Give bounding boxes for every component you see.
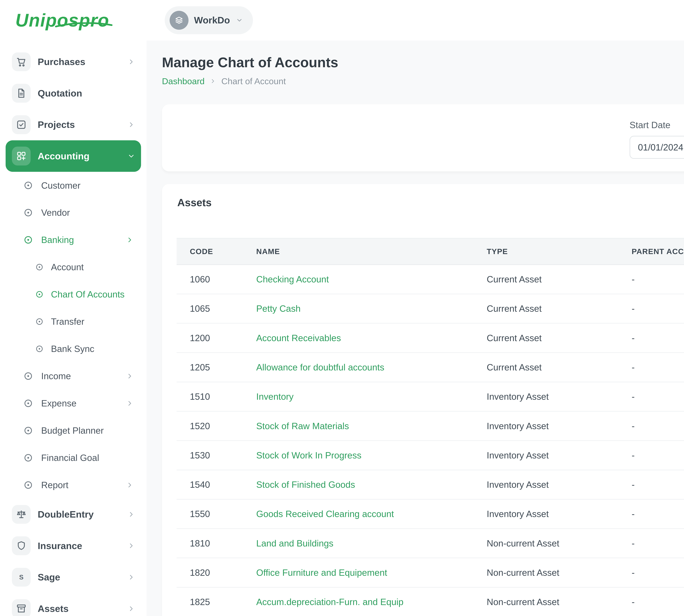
sidebar-item-quotation[interactable]: Quotation bbox=[6, 78, 141, 109]
sidebar-item-accounting[interactable]: Accounting bbox=[6, 140, 141, 172]
filter-card: Start Date End Date bbox=[162, 104, 684, 171]
circle-dot-icon bbox=[23, 480, 33, 490]
sidebar-item-income[interactable]: Income bbox=[0, 362, 146, 390]
sidebar-item-chart-of-accounts[interactable]: Chart Of Accounts bbox=[0, 281, 146, 308]
account-name-link[interactable]: Office Furniture and Equipement bbox=[256, 568, 387, 578]
account-name-link[interactable]: Stock of Work In Progress bbox=[256, 450, 361, 460]
account-name-link[interactable]: Accum.depreciation-Furn. and Equip bbox=[256, 597, 404, 607]
sidebar-item-label: Insurance bbox=[38, 541, 82, 551]
sidebar-item-label: Purchases bbox=[38, 57, 85, 67]
circle-dot-icon bbox=[35, 317, 44, 326]
topbar: Unipospro WorkDo 0 Create Workspace Work… bbox=[0, 0, 684, 41]
chevron-down-icon bbox=[235, 17, 243, 24]
account-name-link[interactable]: Account Receivables bbox=[256, 333, 341, 343]
cell-type: Non-current Asset bbox=[474, 558, 618, 587]
sage-icon: S bbox=[12, 568, 31, 587]
workspace-switcher[interactable]: WorkDo bbox=[165, 6, 253, 34]
column-header-code: CODE bbox=[177, 238, 243, 265]
sidebar-item-expense[interactable]: Expense bbox=[0, 390, 146, 417]
table-row: 1550Goods Received Clearing accountInven… bbox=[177, 499, 684, 529]
sidebar-item-label: Transfer bbox=[51, 316, 84, 327]
account-name-link[interactable]: Inventory bbox=[256, 392, 294, 402]
chevron-right-icon bbox=[126, 481, 134, 489]
cell-parent-account: - bbox=[618, 441, 684, 470]
sidebar-item-assets[interactable]: Assets bbox=[6, 593, 141, 616]
cell-parent-account: - bbox=[618, 470, 684, 499]
sidebar-item-sage[interactable]: SSage bbox=[6, 562, 141, 593]
archive-icon bbox=[12, 599, 31, 616]
sidebar-item-banking[interactable]: Banking bbox=[0, 226, 146, 254]
circle-dot-icon bbox=[23, 425, 33, 436]
cart-icon bbox=[12, 52, 31, 71]
grid-plus-icon bbox=[12, 147, 31, 166]
section-title: Assets bbox=[162, 197, 684, 208]
account-name-link[interactable]: Stock of Finished Goods bbox=[256, 480, 355, 490]
table-row: 1530Stock of Work In ProgressInventory A… bbox=[177, 441, 684, 470]
file-icon bbox=[12, 84, 31, 103]
sidebar-item-label: Expense bbox=[41, 398, 76, 409]
cell-parent-account: - bbox=[618, 411, 684, 441]
chevron-right-icon bbox=[127, 542, 135, 550]
table-row: 1510InventoryInventory Asset--Enabled bbox=[177, 382, 684, 411]
cell-parent-account: - bbox=[618, 529, 684, 558]
table-row: 1540Stock of Finished GoodsInventory Ass… bbox=[177, 470, 684, 499]
account-name-link[interactable]: Goods Received Clearing account bbox=[256, 509, 394, 519]
column-header-parent-account-name: PARENT ACCOUNT NAME bbox=[618, 238, 684, 265]
sidebar-item-report[interactable]: Report bbox=[0, 471, 146, 499]
cell-parent-account: - bbox=[618, 294, 684, 323]
circle-dot-icon bbox=[23, 180, 33, 191]
cell-type: Current Asset bbox=[474, 323, 618, 353]
chevron-right-icon bbox=[127, 120, 135, 129]
sidebar-item-label: Accounting bbox=[38, 151, 89, 161]
column-header-type: TYPE bbox=[474, 238, 618, 265]
sidebar-item-insurance[interactable]: Insurance bbox=[6, 530, 141, 562]
start-date-input[interactable] bbox=[630, 136, 684, 159]
sidebar-item-label: DoubleEntry bbox=[38, 509, 94, 520]
cell-parent-account: - bbox=[618, 558, 684, 587]
sidebar-item-budget-planner[interactable]: Budget Planner bbox=[0, 417, 146, 444]
cell-type: Inventory Asset bbox=[474, 411, 618, 441]
breadcrumb-dashboard-link[interactable]: Dashboard bbox=[162, 76, 205, 86]
cell-code: 1065 bbox=[177, 294, 243, 323]
accounts-table-head-row: CODENAMETYPEPARENT ACCOUNT NAMEBALANCEST… bbox=[177, 238, 684, 265]
sidebar-item-vendor[interactable]: Vendor bbox=[0, 199, 146, 226]
cell-code: 1820 bbox=[177, 558, 243, 587]
account-name-link[interactable]: Land and Buildings bbox=[256, 538, 334, 548]
cell-type: Inventory Asset bbox=[474, 382, 618, 411]
shield-icon bbox=[12, 536, 31, 555]
sidebar-item-label: Vendor bbox=[41, 207, 70, 218]
chevron-right-icon bbox=[126, 236, 134, 244]
scale-icon bbox=[12, 505, 31, 524]
table-row: 1065Petty CashCurrent Asset--Enabled bbox=[177, 294, 684, 323]
cell-type: Current Asset bbox=[474, 265, 618, 294]
chevron-right-icon bbox=[209, 78, 216, 85]
table-row: 1200Account ReceivablesCurrent Asset--En… bbox=[177, 323, 684, 353]
account-name-link[interactable]: Checking Account bbox=[256, 274, 329, 284]
account-name-link[interactable]: Stock of Raw Materials bbox=[256, 421, 349, 431]
table-row: 1820Office Furniture and EquipementNon-c… bbox=[177, 558, 684, 587]
sidebar-item-transfer[interactable]: Transfer bbox=[0, 308, 146, 335]
cell-code: 1205 bbox=[177, 353, 243, 382]
chevron-right-icon bbox=[127, 58, 135, 66]
sidebar: PurchasesQuotationProjectsAccountingCust… bbox=[0, 41, 146, 616]
sidebar-item-bank-sync[interactable]: Bank Sync bbox=[0, 335, 146, 362]
sidebar-item-purchases[interactable]: Purchases bbox=[6, 46, 141, 78]
cell-parent-account: - bbox=[618, 353, 684, 382]
cell-code: 1825 bbox=[177, 587, 243, 616]
sidebar-item-label: Financial Goal bbox=[41, 453, 99, 463]
sidebar-item-customer[interactable]: Customer bbox=[0, 172, 146, 199]
cell-parent-account: - bbox=[618, 323, 684, 353]
account-name-link[interactable]: Allowance for doubtful accounts bbox=[256, 362, 384, 372]
sidebar-item-label: Bank Sync bbox=[51, 344, 94, 354]
sidebar-item-projects[interactable]: Projects bbox=[6, 109, 141, 140]
sidebar-item-account[interactable]: Account bbox=[0, 254, 146, 281]
start-date-label: Start Date bbox=[630, 120, 684, 130]
sidebar-item-financial-goal[interactable]: Financial Goal bbox=[0, 444, 146, 471]
sidebar-item-doubleentry[interactable]: DoubleEntry bbox=[6, 499, 141, 530]
account-name-link[interactable]: Petty Cash bbox=[256, 304, 300, 314]
table-row: 1825Accum.depreciation-Furn. and EquipNo… bbox=[177, 587, 684, 616]
stack-icon bbox=[169, 11, 188, 30]
accounts-table-body: 1060Checking AccountCurrent Asset--Enabl… bbox=[177, 265, 684, 616]
logo[interactable]: Unipospro bbox=[0, 10, 146, 31]
cell-code: 1520 bbox=[177, 411, 243, 441]
